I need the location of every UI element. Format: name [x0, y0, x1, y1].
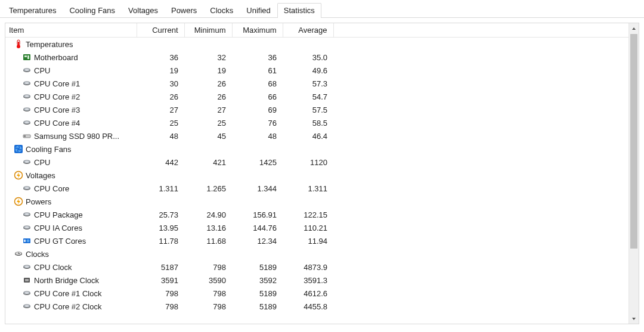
cell-minimum: 26: [184, 90, 232, 103]
cell-minimum: 13.16: [184, 221, 232, 234]
column-header-spacer: [333, 23, 639, 38]
cell-spacer: [333, 208, 639, 221]
svg-point-28: [25, 161, 29, 163]
tab-cooling-fans[interactable]: Cooling Fans: [63, 3, 122, 18]
column-header-item[interactable]: Item: [5, 23, 137, 38]
cpu-icon-wrap: [22, 262, 32, 272]
table-row[interactable]: CPU Core #1 Clock79879851894612.6: [5, 287, 639, 300]
scroll-down-button[interactable]: [629, 314, 639, 324]
item-label: CPU Package: [34, 210, 83, 219]
chevron-down-icon: [631, 317, 636, 321]
vertical-scrollbar[interactable]: [628, 23, 639, 324]
cell-spacer: [333, 234, 639, 247]
cell-average: 122.15: [283, 208, 333, 221]
group-row[interactable]: Temperatures: [5, 38, 639, 51]
cell-minimum: [184, 38, 232, 51]
cell-current: 26: [137, 90, 184, 103]
table-row[interactable]: CPU IA Cores13.9513.16144.76110.21: [5, 221, 639, 234]
cell-average: 57.3: [283, 77, 333, 90]
item-label: CPU IA Cores: [34, 224, 82, 232]
item-label: CPU Core: [34, 184, 69, 193]
svg-point-39: [25, 226, 29, 228]
svg-point-53: [25, 292, 29, 294]
item-label: CPU Core #1 Clock: [34, 289, 101, 298]
cpu-icon-wrap: [22, 105, 32, 114]
svg-point-56: [25, 305, 29, 307]
cell-current: 5187: [137, 260, 184, 274]
scroll-thumb[interactable]: [630, 34, 637, 249]
item-label: CPU Core #3: [34, 106, 80, 114]
statistics-table: Item Current Minimum Maximum Average Tem…: [5, 23, 639, 313]
table-row[interactable]: CPU Core #226266654.7: [5, 90, 639, 103]
cell-maximum: [232, 38, 283, 51]
cell-average: 35.0: [283, 51, 333, 64]
tab-clocks[interactable]: Clocks: [203, 3, 240, 18]
tab-bar: TemperaturesCooling FansVoltagesPowersCl…: [0, 0, 644, 18]
cell-spacer: [333, 51, 639, 64]
tab-unified[interactable]: Unified: [240, 3, 277, 18]
cell-spacer: [333, 300, 639, 313]
table-row[interactable]: CPU19196149.6: [5, 64, 639, 77]
cell-average: [283, 169, 333, 182]
svg-point-8: [25, 69, 29, 71]
column-header-maximum[interactable]: Maximum: [232, 23, 283, 38]
statistics-panel: Item Current Minimum Maximum Average Tem…: [5, 23, 639, 324]
cell-minimum: [184, 142, 232, 156]
cell-average: [283, 195, 333, 208]
cell-minimum: 19: [184, 64, 232, 77]
table-row[interactable]: CPU Package25.7324.90156.91122.15: [5, 208, 639, 221]
cpu-icon: [22, 92, 32, 101]
cell-maximum: 144.76: [232, 221, 283, 234]
table-row[interactable]: Motherboard36323635.0: [5, 51, 639, 64]
power-icon-wrap: [14, 170, 23, 180]
tab-voltages[interactable]: Voltages: [122, 3, 165, 18]
cell-average: 57.5: [283, 103, 333, 116]
group-row[interactable]: Voltages: [5, 169, 639, 182]
table-row[interactable]: CPU Core #2 Clock79879851894455.8: [5, 300, 639, 313]
cell-current: 30: [137, 77, 184, 90]
cell-current: [137, 142, 184, 156]
table-row[interactable]: CPU Core #327276957.5: [5, 103, 639, 116]
table-row[interactable]: CPU Core #425257658.5: [5, 116, 639, 129]
cell-maximum: 48: [232, 129, 283, 142]
tab-powers[interactable]: Powers: [165, 3, 203, 18]
cell-maximum: 76: [232, 116, 283, 129]
cell-spacer: [333, 116, 639, 129]
column-header-current[interactable]: Current: [137, 23, 184, 38]
cell-average: 54.7: [283, 90, 333, 103]
cell-maximum: 12.34: [232, 234, 283, 247]
svg-rect-5: [27, 55, 29, 59]
column-header-average[interactable]: Average: [283, 23, 333, 38]
svg-point-32: [25, 187, 29, 189]
table-row[interactable]: CPU GT Cores11.7811.6812.3411.94: [5, 234, 639, 247]
table-row[interactable]: North Bridge Clock3591359035923591.3: [5, 274, 639, 287]
table-row[interactable]: CPU44242114251120: [5, 156, 639, 169]
cell-current: [137, 247, 184, 260]
mobo-icon-wrap: [22, 52, 32, 62]
cell-average: 110.21: [283, 221, 333, 234]
column-header-minimum[interactable]: Minimum: [184, 23, 232, 38]
cell-maximum: 156.91: [232, 208, 283, 221]
cell-spacer: [333, 129, 639, 142]
cell-minimum: 26: [184, 77, 232, 90]
table-row[interactable]: CPU Core #130266857.3: [5, 77, 639, 90]
table-row[interactable]: Samsung SSD 980 PR...48454846.4: [5, 129, 639, 142]
cell-current: 13.95: [137, 221, 184, 234]
scroll-up-button[interactable]: [629, 23, 639, 33]
item-label: CPU: [34, 158, 50, 167]
cell-average: 4455.8: [283, 300, 333, 313]
tab-temperatures[interactable]: Temperatures: [2, 3, 63, 18]
cell-current: 798: [137, 300, 184, 313]
cell-current: 25: [137, 116, 184, 129]
group-row[interactable]: Cooling Fans: [5, 142, 639, 156]
svg-point-20: [25, 122, 29, 123]
group-row[interactable]: Clocks: [5, 247, 639, 260]
table-row[interactable]: CPU Clock518779851894873.9: [5, 260, 639, 274]
group-row[interactable]: Powers: [5, 195, 639, 208]
svg-point-14: [25, 95, 29, 97]
tab-statistics[interactable]: Statistics: [277, 3, 321, 18]
cpu-icon-wrap: [22, 288, 32, 298]
table-row[interactable]: CPU Core1.3111.2651.3441.311: [5, 182, 639, 195]
item-label: CPU Core #2: [34, 92, 80, 101]
thermometer-icon-wrap: [14, 39, 23, 49]
